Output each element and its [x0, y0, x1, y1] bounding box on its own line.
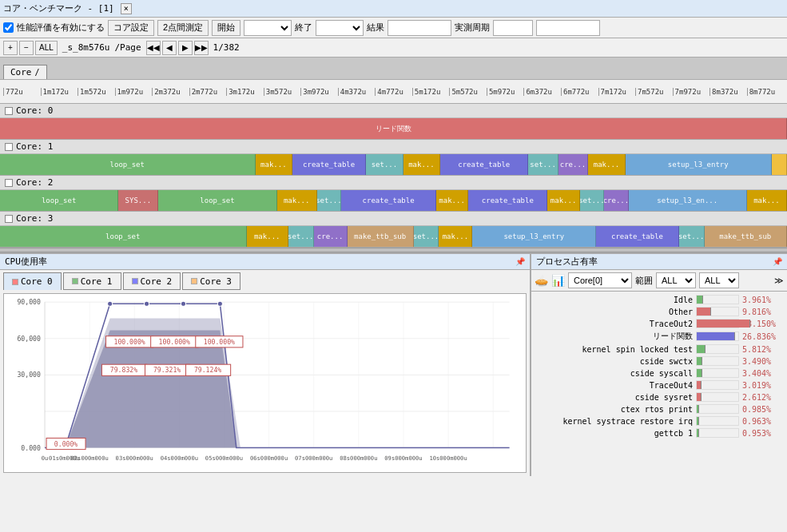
end-select[interactable] [316, 20, 364, 36]
thread-block-1-9[interactable]: setup_l3_entry [626, 154, 772, 175]
ruler-tick: 4m772u [375, 88, 412, 96]
enable-eval-checkbox[interactable] [3, 22, 14, 33]
close-button[interactable]: × [121, 3, 132, 14]
process-name: _cside_swctx [536, 357, 696, 366]
thread-block-2-3[interactable]: mak... [277, 190, 317, 211]
range-label: 範囲 [635, 275, 653, 287]
thread-block-1-6[interactable]: set... [528, 154, 558, 175]
thread-block-2-1[interactable]: SYS... [118, 190, 158, 211]
thread-block-2-7[interactable]: create_table [468, 190, 547, 211]
thread-block-1-10[interactable] [772, 154, 787, 175]
core-setting-button[interactable]: コア設定 [108, 20, 154, 36]
core-select[interactable]: Core[0]Core[1]Core[2]Core[3] [568, 272, 632, 288]
thread-block-2-12[interactable]: mak... [747, 190, 787, 211]
range-select[interactable]: ALL [656, 272, 696, 288]
ruler-tick: 3m972u [300, 88, 338, 96]
thread-block-2-0[interactable]: loop_set [0, 190, 118, 211]
process-pct: 0.953% [742, 429, 782, 438]
core-tab[interactable]: Core / [3, 65, 47, 79]
process-pct: 0.963% [742, 417, 782, 426]
core-collapse-icon-3[interactable] [5, 215, 13, 223]
process-name: _cside_syscall [536, 369, 696, 378]
cpu-core-tab-0[interactable]: Core 0 [3, 272, 62, 290]
core-collapse-icon-1[interactable] [5, 143, 13, 151]
process-name: _kernel_systrace_restore_irq [536, 417, 696, 426]
process-bar-container [696, 344, 739, 354]
period-input[interactable]: 350u [493, 20, 533, 36]
process-name: Idle [536, 296, 696, 304]
svg-text:10s000m000u: 10s000m000u [429, 455, 467, 462]
prev-button[interactable]: ◀ [162, 41, 177, 55]
enable-eval-label: 性能評価を有効にする [17, 22, 105, 34]
thread-block-1-0[interactable]: loop_set [0, 154, 256, 175]
chart-area: 90,000 60,000 30,000 0.000 100.000% 100.… [3, 293, 527, 473]
process-panel-pin[interactable]: 📌 [773, 257, 782, 266]
cpu-core-tab-3[interactable]: Core 3 [182, 272, 240, 290]
cpu-core-tab-2[interactable]: Core 2 [123, 272, 181, 290]
thread-block-1-5[interactable]: create_table [440, 154, 528, 175]
thread-block-0-0[interactable]: リード関数 [0, 118, 787, 139]
thread-block-1-7[interactable]: cre... [558, 154, 588, 175]
core-section-1: Core: 1loop_setmak...create_tableset...m… [0, 140, 787, 176]
thread-block-3-0[interactable]: loop_set [0, 226, 247, 247]
thread-block-3-7[interactable]: setup_l3_entry [472, 226, 596, 247]
ruler-tick: 5m572u [449, 88, 487, 96]
core-collapse-icon-0[interactable] [5, 107, 13, 115]
process-bar [697, 332, 734, 340]
process-row: _cside_syscall3.404% [536, 368, 782, 378]
remove-button[interactable]: − [19, 41, 34, 55]
core-tab-label: Core [10, 67, 32, 77]
thread-block-2-11[interactable]: setup_l3_en... [629, 190, 747, 211]
cpu-panel-pin[interactable]: 📌 [515, 257, 525, 266]
thread-block-3-5[interactable]: set... [414, 226, 439, 247]
thread-block-1-3[interactable]: set... [366, 154, 403, 175]
cpu-core-tab-1[interactable]: Core 1 [63, 272, 121, 290]
core-section-2: Core: 2loop_setSYS...loop_setmak...set..… [0, 176, 787, 212]
measure-button[interactable]: 2点間測定 [157, 20, 209, 36]
next-button[interactable]: ▶ [178, 41, 193, 55]
next-last-button[interactable]: ▶▶ [194, 41, 209, 55]
process-bar-container [696, 332, 739, 341]
cpu-panel: CPU使用率 📌 Core 0Core 1Core 2Core 3 [0, 254, 531, 476]
thread-block-3-6[interactable]: mak... [439, 226, 472, 247]
thread-block-1-4[interactable]: mak... [403, 154, 441, 175]
core-collapse-icon-2[interactable] [5, 179, 13, 187]
result-label: 結果 [367, 22, 384, 34]
svg-point-39 [217, 301, 222, 306]
thread-block-3-1[interactable]: mak... [247, 226, 288, 247]
process-name: ctex_rtos_print [536, 405, 696, 414]
thread-block-3-10[interactable]: make_ttb_sub [705, 226, 787, 247]
expand-icon[interactable]: ≫ [774, 276, 784, 286]
thread-block-2-2[interactable]: loop_set [158, 190, 276, 211]
process-bar-marker [702, 369, 702, 377]
process-panel-header: プロセス占有率 📌 [531, 254, 787, 270]
all-button[interactable]: ALL [35, 41, 58, 55]
ruler-tick: 8m772u [747, 88, 785, 96]
thread-block-2-4[interactable]: set... [317, 190, 341, 211]
thread-block-1-8[interactable]: mak... [588, 154, 626, 175]
thread-block-1-1[interactable]: mak... [256, 154, 293, 175]
process-panel: プロセス占有率 📌 🥧 📊 Core[0]Core[1]Core[2]Core[… [531, 254, 787, 476]
start-button[interactable]: 開始 [212, 20, 240, 36]
thread-block-2-10[interactable]: cre... [604, 190, 628, 211]
thread-block-3-2[interactable]: set... [288, 226, 314, 247]
extra-input[interactable] [536, 20, 600, 36]
thread-block-2-8[interactable]: mak... [547, 190, 579, 211]
process-bar [697, 320, 749, 328]
core-section-0: Core: 0リード関数 [0, 104, 787, 140]
thread-block-3-8[interactable]: create_table [596, 226, 679, 247]
add-button[interactable]: + [3, 41, 18, 55]
start-select[interactable] [244, 20, 292, 36]
thread-block-2-9[interactable]: set... [580, 190, 604, 211]
thread-block-1-2[interactable]: create_table [292, 154, 366, 175]
result-input[interactable] [388, 20, 451, 36]
thread-block-3-3[interactable]: cre... [314, 226, 348, 247]
all-select[interactable]: ALL [699, 272, 739, 288]
core-section-3: Core: 3loop_setmak...set...cre...make_tt… [0, 212, 787, 248]
thread-block-3-4[interactable]: make_ttb_sub [348, 226, 414, 247]
prev-first-button[interactable]: ◀◀ [146, 41, 161, 55]
thread-block-3-9[interactable]: set... [679, 226, 705, 247]
process-pct: 26.836% [742, 332, 782, 341]
thread-block-2-6[interactable]: mak... [436, 190, 468, 211]
thread-block-2-5[interactable]: create_table [341, 190, 436, 211]
